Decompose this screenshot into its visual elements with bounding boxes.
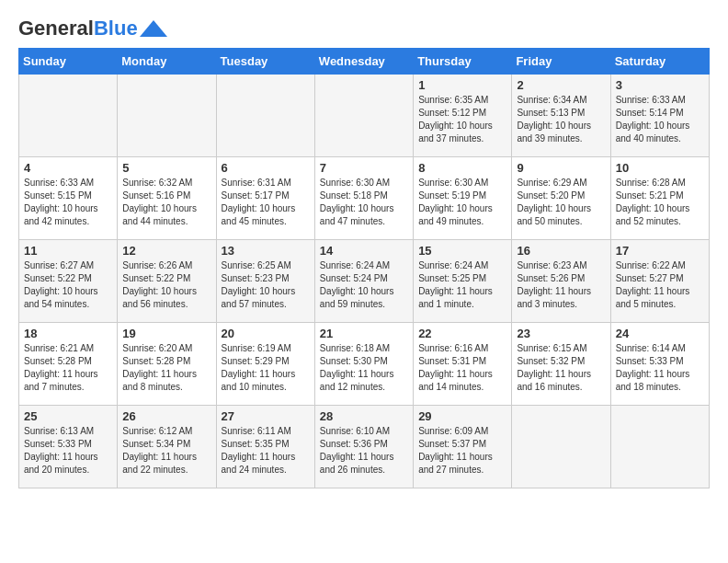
calendar-cell: 10Sunrise: 6:28 AM Sunset: 5:21 PM Dayli… (610, 157, 709, 240)
cell-content: Sunrise: 6:14 AM Sunset: 5:33 PM Dayligh… (616, 342, 704, 394)
day-number: 29 (418, 409, 506, 423)
week-row-1: 1Sunrise: 6:35 AM Sunset: 5:12 PM Daylig… (19, 75, 710, 157)
cell-content: Sunrise: 6:09 AM Sunset: 5:37 PM Dayligh… (418, 425, 506, 477)
day-number: 4 (24, 161, 112, 175)
logo-icon (140, 20, 167, 37)
header-saturday: Saturday (610, 49, 709, 75)
day-number: 2 (517, 78, 605, 92)
day-number: 7 (320, 161, 408, 175)
cell-content: Sunrise: 6:21 AM Sunset: 5:28 PM Dayligh… (24, 342, 112, 394)
header-monday: Monday (118, 49, 216, 75)
calendar-cell: 14Sunrise: 6:24 AM Sunset: 5:24 PM Dayli… (314, 240, 413, 323)
calendar-cell: 19Sunrise: 6:20 AM Sunset: 5:28 PM Dayli… (118, 323, 216, 406)
day-number: 28 (320, 409, 408, 423)
day-number: 11 (24, 244, 112, 258)
week-row-5: 25Sunrise: 6:13 AM Sunset: 5:33 PM Dayli… (19, 406, 710, 488)
header-friday: Friday (512, 49, 610, 75)
day-number: 12 (122, 244, 210, 258)
calendar-cell (512, 406, 610, 488)
day-number: 26 (122, 409, 210, 423)
cell-content: Sunrise: 6:13 AM Sunset: 5:33 PM Dayligh… (24, 425, 112, 477)
week-row-4: 18Sunrise: 6:21 AM Sunset: 5:28 PM Dayli… (19, 323, 710, 406)
calendar-cell: 11Sunrise: 6:27 AM Sunset: 5:22 PM Dayli… (19, 240, 118, 323)
cell-content: Sunrise: 6:34 AM Sunset: 5:13 PM Dayligh… (517, 94, 605, 145)
day-number: 27 (222, 409, 310, 423)
calendar-cell: 28Sunrise: 6:10 AM Sunset: 5:36 PM Dayli… (314, 406, 413, 488)
calendar-cell: 25Sunrise: 6:13 AM Sunset: 5:33 PM Dayli… (19, 406, 118, 488)
cell-content: Sunrise: 6:18 AM Sunset: 5:30 PM Dayligh… (320, 342, 408, 394)
calendar-cell: 27Sunrise: 6:11 AM Sunset: 5:35 PM Dayli… (216, 406, 314, 488)
calendar-cell (118, 75, 216, 157)
day-number: 9 (517, 161, 605, 175)
cell-content: Sunrise: 6:10 AM Sunset: 5:36 PM Dayligh… (320, 425, 408, 477)
calendar-cell: 22Sunrise: 6:16 AM Sunset: 5:31 PM Dayli… (414, 323, 512, 406)
week-row-2: 4Sunrise: 6:33 AM Sunset: 5:15 PM Daylig… (19, 157, 710, 240)
calendar-cell (610, 406, 709, 488)
day-number: 5 (122, 161, 210, 175)
calendar-cell: 15Sunrise: 6:24 AM Sunset: 5:25 PM Dayli… (414, 240, 512, 323)
calendar-cell: 21Sunrise: 6:18 AM Sunset: 5:30 PM Dayli… (314, 323, 413, 406)
day-number: 14 (320, 244, 408, 258)
calendar-table: SundayMondayTuesdayWednesdayThursdayFrid… (18, 48, 710, 488)
cell-content: Sunrise: 6:31 AM Sunset: 5:17 PM Dayligh… (222, 177, 310, 228)
cell-content: Sunrise: 6:26 AM Sunset: 5:22 PM Dayligh… (122, 259, 210, 311)
cell-content: Sunrise: 6:12 AM Sunset: 5:34 PM Dayligh… (122, 425, 210, 477)
header-thursday: Thursday (414, 49, 512, 75)
calendar-cell: 1Sunrise: 6:35 AM Sunset: 5:12 PM Daylig… (414, 75, 512, 157)
day-number: 23 (517, 327, 605, 340)
calendar-cell (19, 75, 118, 157)
cell-content: Sunrise: 6:22 AM Sunset: 5:27 PM Dayligh… (616, 259, 704, 311)
calendar-cell: 8Sunrise: 6:30 AM Sunset: 5:19 PM Daylig… (414, 157, 512, 240)
cell-content: Sunrise: 6:28 AM Sunset: 5:21 PM Dayligh… (616, 177, 704, 228)
calendar-cell: 3Sunrise: 6:33 AM Sunset: 5:14 PM Daylig… (610, 75, 709, 157)
calendar-cell: 5Sunrise: 6:32 AM Sunset: 5:16 PM Daylig… (118, 157, 216, 240)
cell-content: Sunrise: 6:32 AM Sunset: 5:16 PM Dayligh… (122, 177, 210, 228)
cell-content: Sunrise: 6:30 AM Sunset: 5:19 PM Dayligh… (418, 177, 506, 228)
day-number: 3 (616, 78, 704, 92)
calendar-cell: 23Sunrise: 6:15 AM Sunset: 5:32 PM Dayli… (512, 323, 610, 406)
page-header: GeneralBlue (18, 18, 710, 39)
cell-content: Sunrise: 6:19 AM Sunset: 5:29 PM Dayligh… (222, 342, 310, 394)
cell-content: Sunrise: 6:16 AM Sunset: 5:31 PM Dayligh… (418, 342, 506, 394)
day-number: 20 (222, 327, 310, 340)
svg-marker-0 (140, 20, 167, 37)
calendar-cell (314, 75, 413, 157)
calendar-cell: 24Sunrise: 6:14 AM Sunset: 5:33 PM Dayli… (610, 323, 709, 406)
calendar-cell: 18Sunrise: 6:21 AM Sunset: 5:28 PM Dayli… (19, 323, 118, 406)
day-number: 13 (222, 244, 310, 258)
cell-content: Sunrise: 6:30 AM Sunset: 5:18 PM Dayligh… (320, 177, 408, 228)
calendar-cell: 29Sunrise: 6:09 AM Sunset: 5:37 PM Dayli… (414, 406, 512, 488)
calendar-cell: 7Sunrise: 6:30 AM Sunset: 5:18 PM Daylig… (314, 157, 413, 240)
day-number: 17 (616, 244, 704, 258)
day-number: 10 (616, 161, 704, 175)
calendar-cell: 13Sunrise: 6:25 AM Sunset: 5:23 PM Dayli… (216, 240, 314, 323)
header-wednesday: Wednesday (314, 49, 413, 75)
calendar-cell: 20Sunrise: 6:19 AM Sunset: 5:29 PM Dayli… (216, 323, 314, 406)
cell-content: Sunrise: 6:33 AM Sunset: 5:15 PM Dayligh… (24, 177, 112, 228)
calendar-cell: 17Sunrise: 6:22 AM Sunset: 5:27 PM Dayli… (610, 240, 709, 323)
day-number: 8 (418, 161, 506, 175)
cell-content: Sunrise: 6:29 AM Sunset: 5:20 PM Dayligh… (517, 177, 605, 228)
cell-content: Sunrise: 6:27 AM Sunset: 5:22 PM Dayligh… (24, 259, 112, 311)
cell-content: Sunrise: 6:24 AM Sunset: 5:24 PM Dayligh… (320, 259, 408, 311)
day-number: 1 (418, 78, 506, 92)
day-number: 18 (24, 327, 112, 340)
calendar-cell: 4Sunrise: 6:33 AM Sunset: 5:15 PM Daylig… (19, 157, 118, 240)
cell-content: Sunrise: 6:15 AM Sunset: 5:32 PM Dayligh… (517, 342, 605, 394)
day-number: 19 (122, 327, 210, 340)
calendar-cell: 9Sunrise: 6:29 AM Sunset: 5:20 PM Daylig… (512, 157, 610, 240)
calendar-cell: 12Sunrise: 6:26 AM Sunset: 5:22 PM Dayli… (118, 240, 216, 323)
logo: GeneralBlue (18, 18, 167, 39)
day-number: 21 (320, 327, 408, 340)
day-number: 15 (418, 244, 506, 258)
day-number: 24 (616, 327, 704, 340)
calendar-cell: 6Sunrise: 6:31 AM Sunset: 5:17 PM Daylig… (216, 157, 314, 240)
day-number: 16 (517, 244, 605, 258)
day-number: 6 (222, 161, 310, 175)
week-row-3: 11Sunrise: 6:27 AM Sunset: 5:22 PM Dayli… (19, 240, 710, 323)
cell-content: Sunrise: 6:11 AM Sunset: 5:35 PM Dayligh… (222, 425, 310, 477)
calendar-cell (216, 75, 314, 157)
cell-content: Sunrise: 6:25 AM Sunset: 5:23 PM Dayligh… (222, 259, 310, 311)
calendar-cell: 2Sunrise: 6:34 AM Sunset: 5:13 PM Daylig… (512, 75, 610, 157)
header-sunday: Sunday (19, 49, 118, 75)
